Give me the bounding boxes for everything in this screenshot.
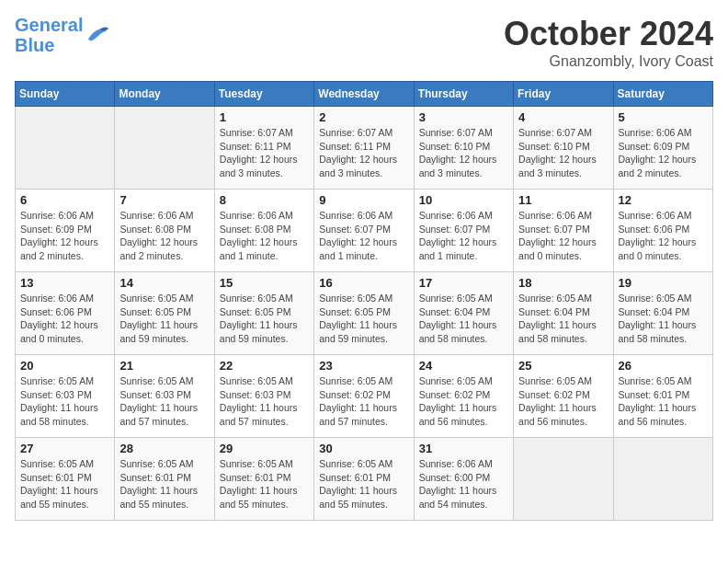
day-number: 4 (518, 110, 608, 124)
day-number: 25 (518, 359, 608, 373)
calendar-cell: 30Sunrise: 6:05 AM Sunset: 6:01 PM Dayli… (314, 438, 414, 521)
day-number: 27 (20, 442, 109, 455)
day-number: 24 (419, 359, 508, 373)
day-info: Sunrise: 6:06 AM Sunset: 6:08 PM Dayligh… (119, 209, 209, 263)
day-info: Sunrise: 6:06 AM Sunset: 6:00 PM Dayligh… (419, 457, 508, 511)
calendar-cell: 28Sunrise: 6:05 AM Sunset: 6:01 PM Dayli… (115, 438, 214, 521)
calendar-cell: 18Sunrise: 6:05 AM Sunset: 6:04 PM Dayli… (514, 272, 613, 355)
weekday-header: Sunday (16, 82, 115, 107)
calendar-cell: 19Sunrise: 6:05 AM Sunset: 6:04 PM Dayli… (613, 272, 712, 355)
logo-icon (85, 22, 110, 48)
day-info: Sunrise: 6:06 AM Sunset: 6:06 PM Dayligh… (20, 292, 109, 346)
day-number: 31 (419, 442, 508, 455)
day-info: Sunrise: 6:06 AM Sunset: 6:09 PM Dayligh… (619, 126, 708, 180)
day-info: Sunrise: 6:05 AM Sunset: 6:01 PM Dayligh… (20, 457, 109, 511)
calendar-cell (514, 438, 613, 521)
calendar-cell: 11Sunrise: 6:06 AM Sunset: 6:07 PM Dayli… (514, 190, 613, 272)
day-number: 3 (419, 110, 508, 124)
day-info: Sunrise: 6:05 AM Sunset: 6:03 PM Dayligh… (20, 374, 109, 429)
day-number: 12 (619, 193, 708, 207)
weekday-header: Wednesday (314, 82, 414, 107)
day-info: Sunrise: 6:05 AM Sunset: 6:02 PM Dayligh… (419, 374, 508, 429)
calendar-cell (115, 107, 214, 190)
day-info: Sunrise: 6:06 AM Sunset: 6:08 PM Dayligh… (220, 209, 309, 263)
logo: General Blue (15, 15, 110, 55)
calendar-cell: 4Sunrise: 6:07 AM Sunset: 6:10 PM Daylig… (514, 107, 613, 190)
calendar-cell: 22Sunrise: 6:05 AM Sunset: 6:03 PM Dayli… (214, 355, 313, 438)
calendar-cell: 9Sunrise: 6:06 AM Sunset: 6:07 PM Daylig… (314, 190, 414, 272)
month-title: October 2024 (504, 15, 713, 53)
calendar-table: SundayMondayTuesdayWednesdayThursdayFrid… (15, 81, 713, 521)
day-info: Sunrise: 6:05 AM Sunset: 6:02 PM Dayligh… (518, 374, 608, 429)
calendar-cell: 16Sunrise: 6:05 AM Sunset: 6:05 PM Dayli… (314, 272, 414, 355)
calendar-cell: 12Sunrise: 6:06 AM Sunset: 6:06 PM Dayli… (613, 190, 712, 272)
day-info: Sunrise: 6:06 AM Sunset: 6:06 PM Dayligh… (619, 209, 708, 263)
day-number: 16 (319, 276, 408, 290)
calendar-header: SundayMondayTuesdayWednesdayThursdayFrid… (16, 82, 713, 107)
day-number: 10 (419, 193, 508, 207)
calendar-cell (613, 438, 712, 521)
day-number: 14 (119, 276, 209, 290)
day-number: 2 (319, 110, 408, 124)
calendar-cell: 23Sunrise: 6:05 AM Sunset: 6:02 PM Dayli… (314, 355, 414, 438)
calendar-cell: 5Sunrise: 6:06 AM Sunset: 6:09 PM Daylig… (613, 107, 712, 190)
calendar-cell: 7Sunrise: 6:06 AM Sunset: 6:08 PM Daylig… (115, 190, 214, 272)
day-number: 1 (220, 110, 309, 124)
day-number: 19 (619, 276, 708, 290)
day-number: 26 (619, 359, 708, 373)
day-info: Sunrise: 6:07 AM Sunset: 6:11 PM Dayligh… (319, 126, 408, 180)
calendar-cell: 24Sunrise: 6:05 AM Sunset: 6:02 PM Dayli… (414, 355, 513, 438)
calendar-cell: 2Sunrise: 6:07 AM Sunset: 6:11 PM Daylig… (314, 107, 414, 190)
day-number: 17 (419, 276, 508, 290)
location-subtitle: Gnanzombly, Ivory Coast (504, 53, 713, 70)
calendar-cell: 21Sunrise: 6:05 AM Sunset: 6:03 PM Dayli… (115, 355, 214, 438)
day-info: Sunrise: 6:05 AM Sunset: 6:02 PM Dayligh… (319, 374, 408, 429)
day-info: Sunrise: 6:06 AM Sunset: 6:07 PM Dayligh… (419, 209, 508, 263)
day-number: 9 (319, 193, 408, 207)
day-info: Sunrise: 6:07 AM Sunset: 6:10 PM Dayligh… (518, 126, 608, 180)
calendar-cell (16, 107, 115, 190)
day-info: Sunrise: 6:05 AM Sunset: 6:01 PM Dayligh… (220, 457, 309, 511)
calendar-cell: 20Sunrise: 6:05 AM Sunset: 6:03 PM Dayli… (16, 355, 115, 438)
weekday-header: Friday (514, 82, 613, 107)
day-number: 28 (119, 442, 209, 455)
day-info: Sunrise: 6:05 AM Sunset: 6:04 PM Dayligh… (419, 292, 508, 346)
day-number: 6 (20, 193, 109, 207)
day-number: 8 (220, 193, 309, 207)
day-info: Sunrise: 6:05 AM Sunset: 6:04 PM Dayligh… (518, 292, 608, 346)
day-number: 18 (518, 276, 608, 290)
calendar-cell: 26Sunrise: 6:05 AM Sunset: 6:01 PM Dayli… (613, 355, 712, 438)
day-info: Sunrise: 6:06 AM Sunset: 6:07 PM Dayligh… (518, 209, 608, 263)
day-number: 29 (220, 442, 309, 455)
day-info: Sunrise: 6:05 AM Sunset: 6:05 PM Dayligh… (319, 292, 408, 346)
calendar-cell: 8Sunrise: 6:06 AM Sunset: 6:08 PM Daylig… (214, 190, 313, 272)
day-info: Sunrise: 6:06 AM Sunset: 6:09 PM Dayligh… (20, 209, 109, 263)
calendar-cell: 29Sunrise: 6:05 AM Sunset: 6:01 PM Dayli… (214, 438, 313, 521)
weekday-header: Saturday (613, 82, 712, 107)
day-number: 13 (20, 276, 109, 290)
day-info: Sunrise: 6:05 AM Sunset: 6:01 PM Dayligh… (619, 374, 708, 429)
day-info: Sunrise: 6:05 AM Sunset: 6:03 PM Dayligh… (119, 374, 209, 429)
calendar-cell: 15Sunrise: 6:05 AM Sunset: 6:05 PM Dayli… (214, 272, 313, 355)
logo-text: General Blue (15, 15, 83, 55)
day-info: Sunrise: 6:05 AM Sunset: 6:03 PM Dayligh… (220, 374, 309, 429)
day-info: Sunrise: 6:07 AM Sunset: 6:11 PM Dayligh… (220, 126, 309, 180)
calendar-cell: 17Sunrise: 6:05 AM Sunset: 6:04 PM Dayli… (414, 272, 513, 355)
day-number: 20 (20, 359, 109, 373)
calendar-cell: 13Sunrise: 6:06 AM Sunset: 6:06 PM Dayli… (16, 272, 115, 355)
day-number: 15 (220, 276, 309, 290)
day-info: Sunrise: 6:05 AM Sunset: 6:05 PM Dayligh… (220, 292, 309, 346)
calendar-cell: 25Sunrise: 6:05 AM Sunset: 6:02 PM Dayli… (514, 355, 613, 438)
day-info: Sunrise: 6:05 AM Sunset: 6:05 PM Dayligh… (119, 292, 209, 346)
day-number: 7 (119, 193, 209, 207)
calendar-cell: 14Sunrise: 6:05 AM Sunset: 6:05 PM Dayli… (115, 272, 214, 355)
weekday-header: Tuesday (214, 82, 313, 107)
calendar-cell: 10Sunrise: 6:06 AM Sunset: 6:07 PM Dayli… (414, 190, 513, 272)
header: General Blue October 2024 Gnanzombly, Iv… (15, 15, 713, 70)
title-area: October 2024 Gnanzombly, Ivory Coast (504, 15, 713, 70)
day-info: Sunrise: 6:05 AM Sunset: 6:04 PM Dayligh… (619, 292, 708, 346)
calendar-cell: 1Sunrise: 6:07 AM Sunset: 6:11 PM Daylig… (214, 107, 313, 190)
day-info: Sunrise: 6:05 AM Sunset: 6:01 PM Dayligh… (319, 457, 408, 511)
day-info: Sunrise: 6:07 AM Sunset: 6:10 PM Dayligh… (419, 126, 508, 180)
day-number: 11 (518, 193, 608, 207)
